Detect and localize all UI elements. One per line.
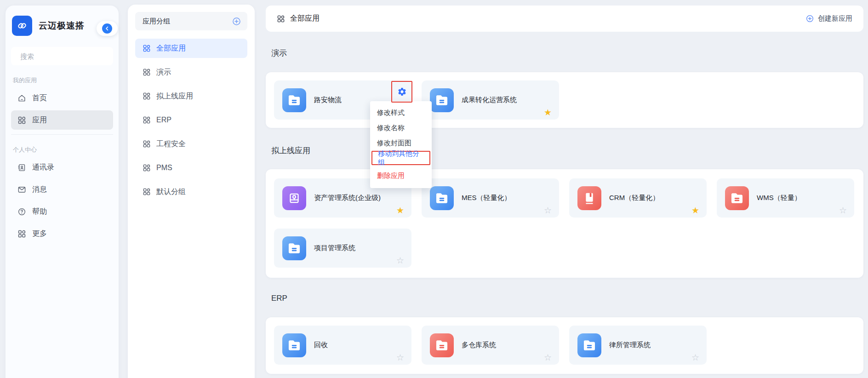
group-item-default[interactable]: 默认分组 xyxy=(135,182,247,201)
app-card-crm[interactable]: CRM（轻量化） ★ xyxy=(569,178,707,218)
menu-item-rename[interactable]: 修改名称 xyxy=(370,120,432,136)
book-icon xyxy=(577,186,601,210)
star-outline-icon[interactable]: ☆ xyxy=(839,206,847,215)
groups-header-title: 应用分组 xyxy=(143,17,170,26)
app-card-wms[interactable]: WMS（轻量） ☆ xyxy=(717,178,854,218)
create-app-label: 创建新应用 xyxy=(818,14,852,23)
app-card-recycle[interactable]: 回收 ☆ xyxy=(274,326,411,365)
menu-item-move-to-group[interactable]: 移动到其他分组 xyxy=(371,151,430,165)
star-outline-icon[interactable]: ☆ xyxy=(396,353,404,362)
chevron-left-icon xyxy=(102,23,112,34)
sidebar-item-label: 帮助 xyxy=(32,207,47,217)
app-card-achievement-ops[interactable]: 成果转化运营系统 ★ xyxy=(422,80,559,120)
section-title-erp: ERP xyxy=(271,294,287,303)
apps-grid-icon xyxy=(143,68,151,76)
star-outline-icon[interactable]: ☆ xyxy=(544,206,552,215)
sidebar-item-label: 通讯录 xyxy=(32,163,54,172)
create-app-button[interactable]: 创建新应用 xyxy=(805,14,852,23)
app-card-law-firm[interactable]: 律所管理系统 ☆ xyxy=(569,326,707,365)
sidebar-item-label: 首页 xyxy=(32,93,47,103)
apps-grid-icon xyxy=(143,188,151,196)
folder-icon xyxy=(282,88,306,112)
menu-item-delete-app[interactable]: 删除应用 xyxy=(370,168,432,183)
sidebar-item-label: 应用 xyxy=(32,115,47,125)
sidebar-item-apps[interactable]: 应用 xyxy=(11,110,113,130)
folder-icon xyxy=(430,88,454,112)
plus-circle-icon xyxy=(805,14,814,23)
folder-icon xyxy=(577,333,601,357)
group-item-engineering-safety[interactable]: 工程安全 xyxy=(135,134,247,154)
groups-header: 应用分组 xyxy=(135,12,247,30)
sidebar-section-label: 个人中心 xyxy=(13,146,119,154)
primary-sidebar: 云迈极速搭 我的应用 首页 应用 个人中心 通讯录 消息 帮助 更多 xyxy=(6,6,119,378)
asset-icon xyxy=(282,186,306,210)
sidebar-item-messages[interactable]: 消息 xyxy=(11,180,113,199)
apps-grid-icon xyxy=(143,164,151,172)
group-item-label: 拟上线应用 xyxy=(156,92,193,101)
sidebar-divider xyxy=(11,134,113,135)
menu-item-edit-cover[interactable]: 修改封面图 xyxy=(370,136,432,151)
star-filled-icon[interactable]: ★ xyxy=(691,206,699,215)
message-icon xyxy=(17,185,26,194)
folder-icon xyxy=(430,186,454,210)
search-input[interactable] xyxy=(20,52,112,60)
section-card-demo: 路安物流 ☆ 成果转化运营系统 ★ xyxy=(266,72,863,128)
group-item-label: PMS xyxy=(156,164,172,172)
app-name: 资产管理系统(企业级) xyxy=(314,194,381,202)
app-name: MES（轻量化） xyxy=(462,194,511,202)
main-header-title-group: 全部应用 xyxy=(277,14,320,23)
menu-item-edit-style[interactable]: 修改样式 xyxy=(370,105,432,120)
group-item-erp[interactable]: ERP xyxy=(135,110,247,130)
star-filled-icon[interactable]: ★ xyxy=(544,108,552,117)
apps-grid-icon xyxy=(17,116,26,125)
section-title-prelaunch: 拟上线应用 xyxy=(271,145,310,156)
group-item-pms[interactable]: PMS xyxy=(135,158,247,178)
group-item-prelaunch[interactable]: 拟上线应用 xyxy=(135,86,247,106)
home-icon xyxy=(17,94,26,103)
star-outline-icon[interactable]: ☆ xyxy=(396,256,404,265)
star-outline-icon[interactable]: ☆ xyxy=(691,353,699,362)
app-name: CRM（轻量化） xyxy=(609,194,659,202)
sidebar-item-more[interactable]: 更多 xyxy=(11,224,113,243)
gear-icon[interactable] xyxy=(397,87,407,97)
group-item-label: 默认分组 xyxy=(156,187,186,197)
sidebar-item-contacts[interactable]: 通讯录 xyxy=(11,158,113,177)
section-card-erp: 回收 ☆ 多仓库系统 ☆ 律所管理系统 ☆ xyxy=(266,317,863,374)
plus-circle-icon[interactable] xyxy=(232,17,241,26)
groups-panel: 应用分组 全部应用 演示 拟上线应用 ERP 工程安全 PMS 默 xyxy=(128,5,255,378)
contacts-icon xyxy=(17,163,26,172)
app-name: 项目管理系统 xyxy=(314,244,355,252)
sidebar-collapse-button[interactable] xyxy=(97,21,118,36)
apps-grid-icon xyxy=(277,15,285,23)
groups-list: 全部应用 演示 拟上线应用 ERP 工程安全 PMS 默认分组 xyxy=(135,39,247,201)
apps-grid-icon xyxy=(143,44,151,52)
group-item-label: ERP xyxy=(156,116,171,124)
app-name: 多仓库系统 xyxy=(462,341,496,349)
app-name: 律所管理系统 xyxy=(609,341,651,349)
sidebar-search xyxy=(11,47,113,65)
group-item-all-apps[interactable]: 全部应用 xyxy=(135,39,247,58)
folder-icon xyxy=(282,333,306,357)
app-context-menu: 修改样式 修改名称 修改封面图 移动到其他分组 删除应用 xyxy=(370,101,432,188)
app-card-project-mgmt[interactable]: 项目管理系统 ☆ xyxy=(274,229,411,268)
folder-icon xyxy=(282,236,306,260)
main-content: 全部应用 创建新应用 演示 路安物流 ☆ 成果转化运营系统 ★ xyxy=(266,0,863,378)
folder-icon xyxy=(725,186,749,210)
sidebar-section-label: 我的应用 xyxy=(13,76,119,85)
app-settings-annotation-box xyxy=(391,81,412,103)
sidebar-item-home[interactable]: 首页 xyxy=(11,88,113,108)
group-item-label: 演示 xyxy=(156,68,171,77)
section-title-demo: 演示 xyxy=(271,48,287,58)
help-icon xyxy=(17,207,26,216)
sidebar-item-help[interactable]: 帮助 xyxy=(11,202,113,221)
page-title: 全部应用 xyxy=(290,14,320,23)
star-filled-icon[interactable]: ★ xyxy=(396,206,404,215)
apps-grid-icon xyxy=(143,116,151,124)
group-item-demo[interactable]: 演示 xyxy=(135,63,247,82)
star-outline-icon[interactable]: ☆ xyxy=(544,353,552,362)
apps-grid-icon xyxy=(143,140,151,148)
app-card-multi-warehouse[interactable]: 多仓库系统 ☆ xyxy=(422,326,559,365)
app-card-mes[interactable]: MES（轻量化） ☆ xyxy=(422,178,559,218)
app-name: 回收 xyxy=(314,341,328,349)
sidebar-item-label: 消息 xyxy=(32,185,47,195)
